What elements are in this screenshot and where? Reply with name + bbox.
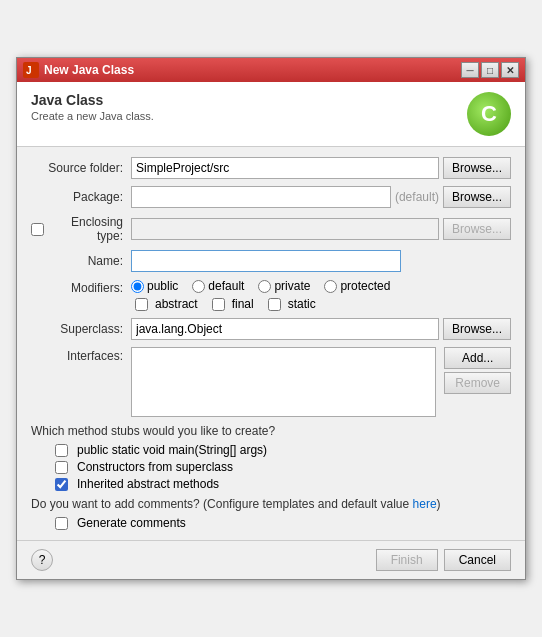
- interfaces-buttons: Add... Remove: [444, 347, 511, 394]
- comments-title: Do you want to add comments? (Configure …: [31, 497, 511, 511]
- close-button[interactable]: ✕: [501, 62, 519, 78]
- enclosing-type-input[interactable]: [131, 218, 439, 240]
- modifier-abstract[interactable]: abstract: [135, 297, 198, 311]
- modifier-final-checkbox[interactable]: [212, 298, 225, 311]
- modifiers-section: public default private protected: [131, 279, 390, 311]
- source-folder-field: Browse...: [131, 157, 511, 179]
- footer: ? Finish Cancel: [17, 540, 525, 579]
- window-controls: ─ □ ✕: [461, 62, 519, 78]
- modifier-private[interactable]: private: [258, 279, 310, 293]
- title-bar-left: J New Java Class: [23, 62, 134, 78]
- superclass-row: Superclass: Browse...: [31, 318, 511, 340]
- superclass-browse-button[interactable]: Browse...: [443, 318, 511, 340]
- generate-comments-checkbox[interactable]: [55, 517, 68, 530]
- package-row: Package: (default) Browse...: [31, 186, 511, 208]
- stub-inherited-checkbox[interactable]: [55, 478, 68, 491]
- footer-left: ?: [31, 549, 370, 571]
- maximize-button[interactable]: □: [481, 62, 499, 78]
- modifier-abstract-checkbox[interactable]: [135, 298, 148, 311]
- cancel-button[interactable]: Cancel: [444, 549, 511, 571]
- window-title: New Java Class: [44, 63, 134, 77]
- interfaces-field: Add... Remove: [131, 347, 511, 417]
- interfaces-textarea[interactable]: [131, 347, 436, 417]
- package-label: Package:: [31, 190, 131, 204]
- package-default-text: (default): [395, 190, 439, 204]
- enclosing-type-field: Browse...: [131, 218, 511, 240]
- modifier-static[interactable]: static: [268, 297, 316, 311]
- comments-section: Do you want to add comments? (Configure …: [31, 497, 511, 530]
- modifier-private-radio[interactable]: [258, 280, 271, 293]
- enclosing-type-label-cell: Enclosing type:: [31, 215, 131, 243]
- interfaces-remove-button[interactable]: Remove: [444, 372, 511, 394]
- package-field: (default) Browse...: [131, 186, 511, 208]
- stub-inherited-item[interactable]: Inherited abstract methods: [55, 477, 511, 491]
- modifier-final[interactable]: final: [212, 297, 254, 311]
- name-input[interactable]: [131, 250, 401, 272]
- java-title-icon: J: [23, 62, 39, 78]
- superclass-field: Browse...: [131, 318, 511, 340]
- source-folder-label: Source folder:: [31, 161, 131, 175]
- finish-button[interactable]: Finish: [376, 549, 438, 571]
- enclosing-type-checkbox[interactable]: [31, 223, 44, 236]
- modifiers-radio-row: public default private protected: [131, 279, 390, 293]
- modifier-public-radio[interactable]: [131, 280, 144, 293]
- help-button[interactable]: ?: [31, 549, 53, 571]
- enclosing-type-label[interactable]: Enclosing type:: [31, 215, 123, 243]
- modifiers-label: Modifiers:: [31, 279, 131, 295]
- name-row: Name:: [31, 250, 511, 272]
- package-input[interactable]: [131, 186, 391, 208]
- stubs-title: Which method stubs would you like to cre…: [31, 424, 511, 438]
- modifier-protected[interactable]: protected: [324, 279, 390, 293]
- header-title: Java Class: [31, 92, 154, 108]
- header-subtitle: Create a new Java class.: [31, 110, 154, 122]
- name-label: Name:: [31, 254, 131, 268]
- modifiers-row: Modifiers: public default private: [31, 279, 511, 311]
- eclipse-icon: C: [467, 92, 511, 136]
- stub-constructors-item[interactable]: Constructors from superclass: [55, 460, 511, 474]
- stubs-section: Which method stubs would you like to cre…: [31, 424, 511, 491]
- modifier-default-radio[interactable]: [192, 280, 205, 293]
- package-browse-button[interactable]: Browse...: [443, 186, 511, 208]
- stub-constructors-checkbox[interactable]: [55, 461, 68, 474]
- minimize-button[interactable]: ─: [461, 62, 479, 78]
- modifier-static-checkbox[interactable]: [268, 298, 281, 311]
- source-folder-input[interactable]: [131, 157, 439, 179]
- new-java-class-dialog: J New Java Class ─ □ ✕ Java Class Create…: [16, 57, 526, 580]
- interfaces-row: Interfaces: Add... Remove: [31, 347, 511, 417]
- comments-options: Generate comments: [31, 516, 511, 530]
- enclosing-type-row: Enclosing type: Browse...: [31, 215, 511, 243]
- title-bar: J New Java Class ─ □ ✕: [17, 58, 525, 82]
- source-folder-row: Source folder: Browse...: [31, 157, 511, 179]
- name-field: [131, 250, 511, 272]
- header-section: Java Class Create a new Java class. C: [17, 82, 525, 147]
- stub-main-checkbox[interactable]: [55, 444, 68, 457]
- stub-main-item[interactable]: public static void main(String[] args): [55, 443, 511, 457]
- modifier-default[interactable]: default: [192, 279, 244, 293]
- superclass-input[interactable]: [131, 318, 439, 340]
- modifier-protected-radio[interactable]: [324, 280, 337, 293]
- comments-here-link[interactable]: here: [413, 497, 437, 511]
- source-folder-browse-button[interactable]: Browse...: [443, 157, 511, 179]
- interfaces-label: Interfaces:: [31, 347, 131, 363]
- header-text: Java Class Create a new Java class.: [31, 92, 154, 122]
- modifiers-checkbox-row: abstract final static: [135, 297, 390, 311]
- modifier-public[interactable]: public: [131, 279, 178, 293]
- enclosing-type-browse-button[interactable]: Browse...: [443, 218, 511, 240]
- form-content: Source folder: Browse... Package: (defau…: [17, 147, 525, 540]
- superclass-label: Superclass:: [31, 322, 131, 336]
- stubs-options: public static void main(String[] args) C…: [31, 443, 511, 491]
- generate-comments-item[interactable]: Generate comments: [55, 516, 511, 530]
- svg-text:J: J: [26, 65, 32, 76]
- interfaces-add-button[interactable]: Add...: [444, 347, 511, 369]
